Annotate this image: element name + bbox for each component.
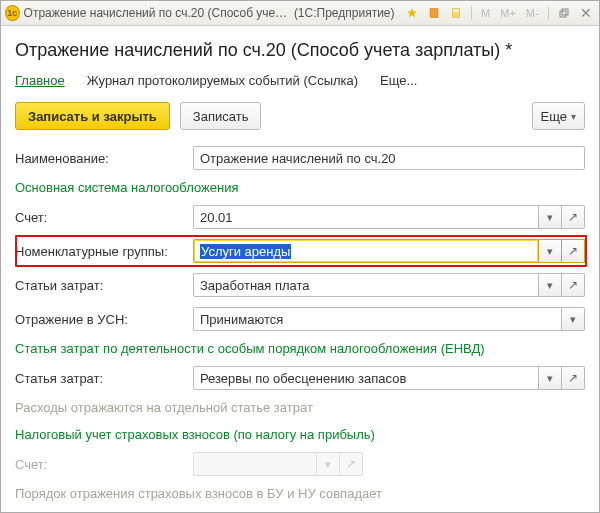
label-usn: Отражение в УСН: (15, 312, 185, 327)
svg-rect-2 (454, 10, 459, 12)
m-minus-button[interactable]: M- (523, 7, 542, 19)
row-name: Наименование: Отражение начислений по сч… (15, 146, 585, 170)
notes-icon[interactable] (425, 4, 443, 22)
account2-dropdown-button: ▾ (317, 452, 340, 476)
label-cost-items: Статьи затрат: (15, 278, 185, 293)
m-button[interactable]: M (478, 7, 493, 19)
account2-input (193, 452, 317, 476)
field-name-wrap: Отражение начислений по сч.20 (193, 146, 585, 170)
cost-items-open-button[interactable]: ↗ (562, 273, 585, 297)
row-account2: Счет: ▾ ↗ (15, 452, 585, 476)
tab-main[interactable]: Главное (15, 73, 65, 88)
calc-icon[interactable] (447, 4, 465, 22)
note-accounting-match: Порядок отражения страховых взносов в БУ… (15, 486, 585, 501)
nomen-open-button[interactable]: ↗ (562, 239, 585, 263)
toolbar: Записать и закрыть Записать Еще ▾ (15, 102, 585, 130)
label-account2: Счет: (15, 457, 185, 472)
row-cost-item-single: Статья затрат: Резервы по обесценению за… (15, 366, 585, 390)
row-usn: Отражение в УСН: Принимаются ▾ (15, 307, 585, 331)
svg-rect-0 (430, 9, 438, 18)
field-nomen-wrap: Услуги аренды ▾ ↗ (193, 239, 585, 263)
row-account: Счет: 20.01 ▾ ↗ (15, 205, 585, 229)
toolbar-more-button[interactable]: Еще ▾ (532, 102, 585, 130)
nomen-groups-value: Услуги аренды (200, 244, 291, 259)
account-open-button[interactable]: ↗ (562, 205, 585, 229)
cost-items-dropdown-button[interactable]: ▾ (539, 273, 562, 297)
favorite-icon[interactable] (403, 4, 421, 22)
chevron-down-icon: ▾ (571, 111, 576, 122)
field-cost-items-wrap: Заработная плата ▾ ↗ (193, 273, 585, 297)
svg-rect-4 (562, 9, 568, 15)
usn-dropdown-button[interactable]: ▾ (562, 307, 585, 331)
nomen-groups-input[interactable]: Услуги аренды (193, 239, 539, 263)
label-nomen-groups: Номенклатурные группы: (15, 244, 185, 259)
cost-items-input[interactable]: Заработная плата (193, 273, 539, 297)
label-account: Счет: (15, 210, 185, 225)
usn-input[interactable]: Принимаются (193, 307, 562, 331)
save-and-close-button[interactable]: Записать и закрыть (15, 102, 170, 130)
platform-label: (1С:Предприятие) (294, 6, 395, 20)
account2-open-button: ↗ (340, 452, 363, 476)
app-window: 1c Отражение начислений по сч.20 (Способ… (0, 0, 600, 513)
account-input[interactable]: 20.01 (193, 205, 539, 229)
window-title: Отражение начислений по сч.20 (Способ уч… (24, 6, 290, 20)
label-cost-item-single: Статья затрат: (15, 371, 185, 386)
tab-bar: Главное Журнал протоколируемых событий (… (15, 73, 585, 88)
field-account-wrap: 20.01 ▾ ↗ (193, 205, 585, 229)
m-plus-button[interactable]: M+ (497, 7, 519, 19)
tab-journal[interactable]: Журнал протоколируемых событий (Ссылка) (87, 73, 358, 88)
save-button[interactable]: Записать (180, 102, 262, 130)
titlebar: 1c Отражение начислений по сч.20 (Способ… (1, 1, 599, 26)
field-cost-item-single-wrap: Резервы по обесценению запасов ▾ ↗ (193, 366, 585, 390)
nomen-dropdown-button[interactable]: ▾ (539, 239, 562, 263)
label-name: Наименование: (15, 151, 185, 166)
cost-item-single-input[interactable]: Резервы по обесценению запасов (193, 366, 539, 390)
svg-rect-3 (560, 11, 566, 17)
field-usn-wrap: Принимаются ▾ (193, 307, 585, 331)
note-separate-article: Расходы отражаются на отдельной статье з… (15, 400, 585, 415)
field-account2-wrap: ▾ ↗ (193, 452, 363, 476)
section-main-tax: Основная система налогообложения (15, 180, 585, 195)
app-icon: 1c (5, 5, 20, 21)
content-area: Отражение начислений по сч.20 (Способ уч… (1, 26, 599, 513)
row-nomen-groups: Номенклатурные группы: Услуги аренды ▾ ↗ (15, 239, 585, 263)
toolbar-more-label: Еще (541, 109, 567, 124)
account-dropdown-button[interactable]: ▾ (539, 205, 562, 229)
close-icon[interactable]: ✕ (577, 4, 595, 22)
section-envd: Статья затрат по деятельности с особым п… (15, 341, 585, 356)
name-input[interactable]: Отражение начислений по сч.20 (193, 146, 585, 170)
restore-icon[interactable] (555, 4, 573, 22)
page-title: Отражение начислений по сч.20 (Способ уч… (15, 40, 585, 61)
row-cost-items: Статьи затрат: Заработная плата ▾ ↗ (15, 273, 585, 297)
cost-item-single-open-button[interactable]: ↗ (562, 366, 585, 390)
cost-item-single-dropdown-button[interactable]: ▾ (539, 366, 562, 390)
tab-more[interactable]: Еще... (380, 73, 417, 88)
section-insurance: Налоговый учет страховых взносов (по нал… (15, 427, 585, 442)
